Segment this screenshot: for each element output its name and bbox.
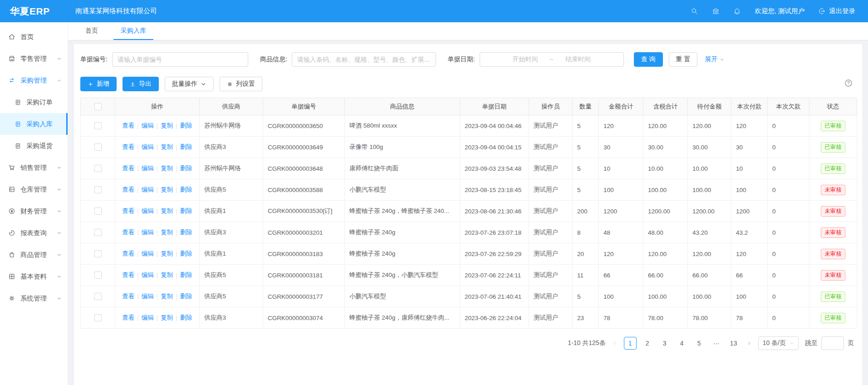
reset-button[interactable]: 重 置 [669, 52, 698, 67]
row-action-delete[interactable]: 删除 [180, 165, 192, 172]
next-page-button[interactable] [746, 341, 752, 346]
row-action-view[interactable]: 查看 [122, 314, 134, 321]
row-select-cell [81, 222, 115, 243]
row-action-delete[interactable]: 删除 [180, 314, 192, 321]
row-action-delete[interactable]: 删除 [180, 250, 192, 257]
row-checkbox[interactable] [94, 293, 102, 300]
date-cell: 2023-09-04 00:04:15 [460, 137, 529, 158]
row-action-view[interactable]: 查看 [122, 271, 134, 278]
row-action-copy[interactable]: 复制 [161, 122, 173, 129]
row-action-edit[interactable]: 编辑 [142, 122, 154, 129]
row-action-edit[interactable]: 编辑 [142, 293, 154, 300]
batch-actions-button[interactable]: 批量操作 [165, 77, 214, 91]
row-action-delete[interactable]: 删除 [180, 207, 192, 214]
sidebar-item-report[interactable]: 报表查询 [0, 222, 68, 244]
bank-icon[interactable] [712, 7, 720, 15]
status-cell: 已审核 [809, 307, 857, 329]
page-number-3[interactable]: 3 [658, 337, 671, 350]
prev-page-button[interactable] [612, 341, 618, 346]
status-badge: 已审核 [821, 313, 845, 323]
row-action-edit[interactable]: 编辑 [142, 207, 154, 214]
row-checkbox[interactable] [94, 271, 102, 279]
search-button[interactable]: 查 询 [634, 52, 663, 67]
row-checkbox[interactable] [94, 186, 102, 193]
doc-no-input[interactable] [112, 52, 248, 67]
add-button[interactable]: 新增 [80, 77, 117, 91]
row-action-view[interactable]: 查看 [122, 207, 134, 214]
bell-icon[interactable] [733, 7, 741, 15]
row-action-delete[interactable]: 删除 [180, 229, 192, 236]
sidebar-item-retail[interactable]: 零售管理 [0, 48, 68, 69]
table-row: 查看|编辑|复制|删除 苏州蜗牛网络 CGRK00000003650 啤酒 58… [81, 115, 857, 137]
row-action-view[interactable]: 查看 [122, 293, 134, 300]
export-button[interactable]: 导出 [123, 77, 159, 91]
row-action-view[interactable]: 查看 [122, 143, 134, 150]
row-action-delete[interactable]: 删除 [180, 122, 192, 129]
row-checkbox[interactable] [94, 165, 102, 172]
sidebar-item-purchase-inbound[interactable]: 采购入库 [0, 113, 68, 135]
row-action-copy[interactable]: 复制 [161, 186, 173, 193]
paid-cell: 120 [731, 243, 768, 265]
select-all-checkbox[interactable] [94, 103, 102, 110]
page-number-5[interactable]: 5 [693, 337, 706, 350]
product-info-input[interactable] [292, 52, 436, 67]
row-checkbox[interactable] [94, 207, 102, 215]
tab-purchase-inbound[interactable]: 采购入库 [113, 22, 153, 40]
row-action-copy[interactable]: 复制 [161, 143, 173, 150]
action-separator: | [157, 229, 158, 236]
sidebar-item-product[interactable]: 商品管理 [0, 244, 68, 266]
sidebar-item-warehouse[interactable]: 仓库管理 [0, 178, 68, 200]
search-icon[interactable] [691, 7, 698, 15]
row-checkbox[interactable] [94, 314, 102, 321]
help-icon[interactable] [844, 79, 853, 88]
row-action-edit[interactable]: 编辑 [142, 314, 154, 321]
row-checkbox[interactable] [94, 250, 102, 257]
row-action-view[interactable]: 查看 [122, 186, 134, 193]
column-settings-button[interactable]: 列设置 [220, 77, 262, 91]
sidebar-item-sales[interactable]: 销售管理 [0, 157, 68, 178]
action-separator: | [157, 165, 158, 172]
sidebar-item-home[interactable]: 首页 [0, 26, 68, 48]
row-action-view[interactable]: 查看 [122, 165, 134, 172]
row-action-edit[interactable]: 编辑 [142, 250, 154, 257]
row-action-delete[interactable]: 删除 [180, 186, 192, 193]
row-action-edit[interactable]: 编辑 [142, 165, 154, 172]
row-action-view[interactable]: 查看 [122, 229, 134, 236]
page-number-4[interactable]: 4 [676, 337, 688, 350]
sidebar-item-purchase[interactable]: 采购管理 [0, 69, 68, 91]
row-action-edit[interactable]: 编辑 [142, 271, 154, 278]
jump-page-input[interactable] [821, 336, 844, 350]
sidebar-item-finance[interactable]: 财务管理 [0, 200, 68, 222]
row-action-copy[interactable]: 复制 [161, 165, 173, 172]
row-checkbox[interactable] [94, 229, 102, 236]
date-range-picker[interactable]: 开始时间 ~ 结束时间 [480, 52, 624, 67]
page-ellipsis[interactable]: ··· [710, 337, 723, 350]
row-action-edit[interactable]: 编辑 [142, 229, 154, 236]
row-action-copy[interactable]: 复制 [161, 293, 173, 300]
row-action-delete[interactable]: 删除 [180, 293, 192, 300]
logout-button[interactable]: 退出登录 [818, 7, 855, 15]
row-checkbox[interactable] [94, 122, 102, 129]
row-action-edit[interactable]: 编辑 [142, 186, 154, 193]
sidebar-item-system[interactable]: 系统管理 [0, 287, 68, 309]
row-action-copy[interactable]: 复制 [161, 314, 173, 321]
row-action-copy[interactable]: 复制 [161, 250, 173, 257]
page-number-13[interactable]: 13 [727, 337, 740, 350]
page-number-1[interactable]: 1 [624, 337, 637, 350]
page-size-select[interactable]: 10 条/页 [758, 336, 799, 350]
row-checkbox[interactable] [94, 143, 102, 151]
row-action-copy[interactable]: 复制 [161, 271, 173, 278]
sidebar-item-purchase-return[interactable]: 采购退货 [0, 135, 68, 157]
row-action-edit[interactable]: 编辑 [142, 143, 154, 150]
sidebar-item-purchase-order[interactable]: 采购订单 [0, 91, 68, 113]
sidebar-item-basic[interactable]: 基本资料 [0, 266, 68, 287]
row-action-delete[interactable]: 删除 [180, 143, 192, 150]
expand-link[interactable]: 展开 [705, 55, 725, 64]
row-action-view[interactable]: 查看 [122, 250, 134, 257]
row-action-view[interactable]: 查看 [122, 122, 134, 129]
page-number-2[interactable]: 2 [641, 337, 654, 350]
tab-home[interactable]: 首页 [78, 22, 105, 40]
row-action-copy[interactable]: 复制 [161, 207, 173, 214]
row-action-delete[interactable]: 删除 [180, 271, 192, 278]
row-action-copy[interactable]: 复制 [161, 229, 173, 236]
